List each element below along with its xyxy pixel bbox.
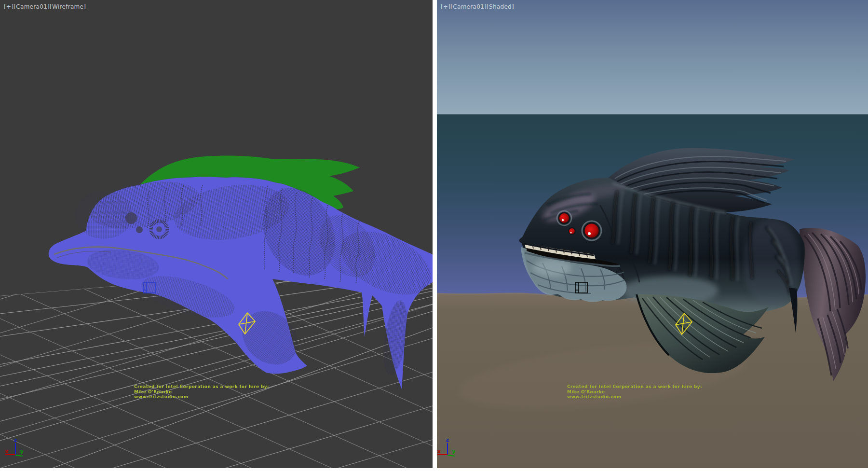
viewport-label-wireframe[interactable]: [+][Camera01][Wireframe] — [4, 3, 86, 10]
attribution-text-right: Created for Intel Corporation as a work … — [567, 384, 702, 400]
viewport-wireframe[interactable]: x y z [+][Camera01][Wireframe] Created f… — [0, 0, 433, 468]
attribution-text-left: Created for Intel Corporation as a work … — [134, 384, 269, 400]
axis-y-label: y — [20, 448, 23, 455]
viewport-area: x y z [+][Camera01][Wireframe] Created f… — [0, 0, 868, 472]
viewport-shaded[interactable]: x y z [+][Camera01][Shaded] Created for … — [437, 0, 868, 468]
viewport-label-shaded[interactable]: [+][Camera01][Shaded] — [441, 3, 514, 10]
axis-y-label: y — [452, 448, 455, 455]
axis-z-label: z — [446, 437, 449, 443]
sky — [437, 0, 868, 114]
axis-z-label: z — [14, 437, 17, 443]
axis-x-label: x — [5, 448, 8, 455]
axis-x-label: x — [437, 448, 440, 455]
